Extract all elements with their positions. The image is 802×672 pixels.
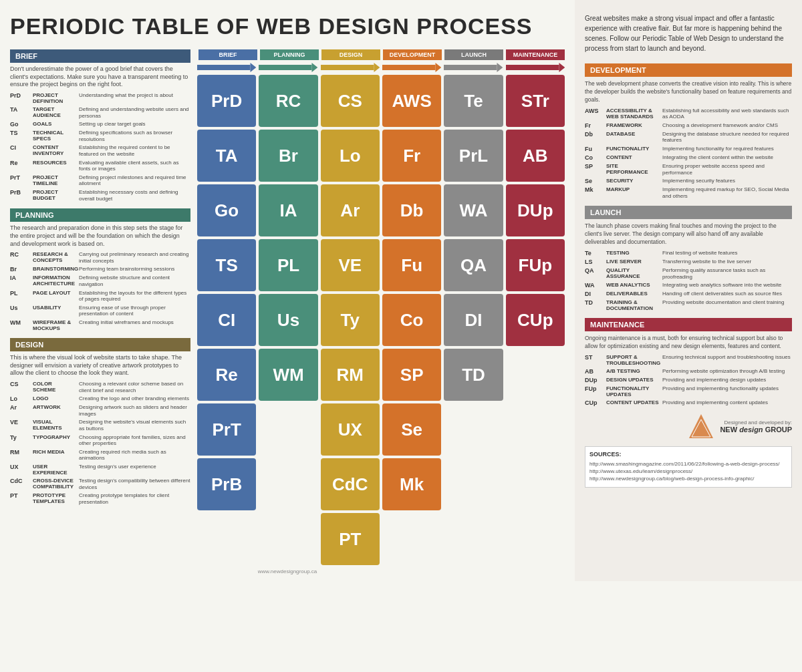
item-desc: Defining specifications such as browser …: [79, 130, 190, 142]
list-item: Go GOALS Setting up clear target goals: [10, 121, 190, 128]
right-development: DEVELOPMENT The web development phase co…: [585, 63, 792, 199]
dev-desc: The web development phase converts the c…: [585, 80, 792, 104]
right-item-code: SP: [585, 163, 604, 170]
logo-name: NEW design GROUP: [720, 426, 792, 434]
item-desc: Defining website structure and content n…: [79, 275, 190, 287]
item-desc: Understanding what the project is about: [79, 92, 190, 99]
table-cell: DUp: [506, 184, 565, 236]
item-desc: Creating prototype templates for client …: [79, 492, 190, 505]
right-item-code: LS: [585, 259, 604, 265]
table-row: PrTUXSe: [197, 403, 565, 456]
right-item-name: DESIGN UPDATES: [606, 377, 660, 383]
right-item-desc: Final testing of website features: [662, 250, 792, 257]
table-cell: PrL: [444, 130, 503, 182]
col-planning: PLANNING: [260, 49, 319, 60]
item-code: CI: [10, 144, 30, 151]
source-link: http://www.smashingmagazine.com/2011/06/…: [589, 460, 787, 468]
arrow-planning: [259, 63, 317, 72]
element-grid: PrDRCCSAWSTeSTrTABrLoFrPrLABGoIAArDbWADU…: [197, 75, 565, 565]
table-cell: CdC: [321, 458, 380, 510]
svg-marker-7: [435, 63, 441, 72]
launch-section-header: LAUNCH: [585, 206, 792, 219]
item-desc: Designing artwork such as sliders and he…: [79, 404, 190, 417]
right-item-name: FRAMEWORK: [606, 122, 660, 128]
item-name: PROJECT TIMELINE: [33, 174, 76, 186]
table-cell: [506, 349, 565, 401]
item-desc: Setting up clear target goals: [79, 121, 190, 128]
table-cell: [197, 513, 256, 565]
table-cell: [259, 513, 317, 565]
arrow-launch: [444, 63, 503, 72]
svg-rect-8: [444, 65, 497, 70]
item-desc: Choosing appropriate font families, size…: [79, 434, 190, 447]
item-name: GOALS: [33, 121, 76, 127]
list-item: Te TESTING Final testing of website feat…: [585, 250, 792, 257]
arrows-row: [197, 63, 565, 72]
planning-header: PLANNING: [10, 208, 190, 222]
right-item-code: Db: [585, 131, 604, 138]
item-name: TARGET AUDIENCE: [33, 106, 76, 118]
brief-header: BRIEF: [10, 49, 190, 63]
table-cell: Br: [259, 130, 317, 182]
svg-marker-11: [559, 63, 565, 72]
col-launch: LAUNCH: [444, 49, 503, 60]
right-item-code: TD: [585, 299, 604, 306]
list-item: CUp CONTENT UPDATES Providing and implem…: [585, 399, 792, 406]
item-name: TECHNICAL SPECS: [33, 130, 76, 142]
item-desc: Establishing the layouts for the differe…: [79, 290, 190, 303]
table-cell: [506, 458, 565, 510]
col-brief: BRIEF: [198, 49, 257, 60]
logo-area: Designed and developed by: NEW design GR…: [585, 413, 792, 440]
item-code: Br: [10, 266, 30, 273]
item-code: CdC: [10, 478, 30, 484]
table-cell: Lo: [321, 130, 380, 182]
list-item: TA TARGET AUDIENCE Defining and understa…: [10, 106, 190, 119]
arrow-dev: [382, 63, 441, 72]
source-link: http://www.newdesigngroup.ca/blog/web-de…: [589, 475, 787, 482]
table-row: PT: [197, 513, 565, 565]
right-item-code: AWS: [585, 108, 604, 114]
table-cell: Fr: [382, 130, 441, 182]
svg-marker-5: [374, 63, 380, 72]
item-code: PT: [10, 492, 30, 499]
item-name: BRAINSTORMING: [33, 266, 76, 272]
table-cell: STr: [506, 75, 565, 127]
item-desc: Defining and understanding website users…: [79, 106, 190, 119]
item-name: LOGO: [33, 395, 76, 401]
table-cell: PT: [321, 513, 380, 565]
list-item: PT PROTOTYPE TEMPLATES Creating prototyp…: [10, 492, 190, 505]
table-cell: Ar: [321, 184, 380, 236]
item-name: WIREFRAME & MOCKUPS: [33, 319, 76, 331]
svg-rect-2: [259, 65, 311, 70]
right-item-code: WA: [585, 282, 604, 289]
table-cell: Mk: [382, 458, 441, 510]
list-item: CS COLOR SCHEME Choosing a relevant colo…: [10, 381, 190, 393]
svg-marker-3: [312, 63, 318, 72]
table-cell: CUp: [506, 294, 565, 346]
col-development: DEVELOPMENT: [383, 49, 442, 60]
list-item: FUp FUNCTIONALITY UPDATES Providing and …: [585, 385, 792, 397]
item-code: Re: [10, 160, 30, 166]
list-item: AB A/B TESTING Performing website optimi…: [585, 368, 792, 375]
list-item: WM WIREFRAME & MOCKUPS Creating initial …: [10, 319, 190, 331]
list-item: Fr FRAMEWORK Choosing a development fram…: [585, 122, 792, 129]
item-name: PROTOTYPE TEMPLATES: [33, 492, 76, 504]
table-row: PrDRCCSAWSTeSTr: [197, 75, 565, 127]
item-name: CROSS-DEVICE COMPATIBILITY: [33, 478, 76, 490]
table-cell: DI: [444, 294, 503, 346]
table-cell: TD: [444, 349, 503, 401]
right-item-desc: Implementing security features: [662, 178, 792, 184]
arrow-brief: [197, 63, 256, 72]
list-item: DUp DESIGN UPDATES Providing and impleme…: [585, 377, 792, 383]
item-code: PrD: [10, 92, 30, 99]
table-row: ReWMRMSPTD: [197, 349, 565, 401]
right-item-code: DI: [585, 291, 604, 297]
table-cell: PL: [259, 239, 317, 291]
item-desc: Creating initial wireframes and mockups: [79, 319, 190, 326]
right-item-desc: Providing and implementing content updat…: [662, 399, 792, 406]
table-cell: FUp: [506, 239, 565, 291]
right-item-code: FUp: [585, 385, 604, 392]
table-cell: Re: [197, 349, 256, 401]
list-item: QA QUALITY ASSURANCE Performing quality …: [585, 267, 792, 280]
brief-section: BRIEF Don't underestimate the power of a…: [10, 49, 190, 202]
